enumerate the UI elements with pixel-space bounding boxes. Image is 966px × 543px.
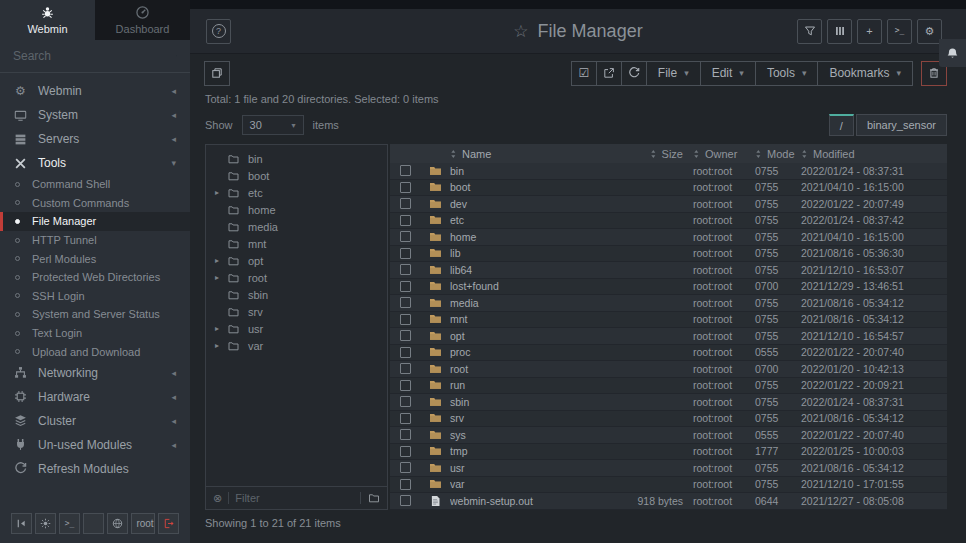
tree-item-srv[interactable]: srv — [206, 303, 387, 320]
expand-caret-icon[interactable]: ▸ — [215, 256, 227, 265]
refresh-button[interactable] — [621, 61, 647, 86]
sidebar-subitem-system-and-server-status[interactable]: System and Server Status — [0, 305, 190, 324]
menu-edit[interactable]: Edit▾ — [700, 61, 756, 86]
row-checkbox[interactable] — [400, 314, 411, 325]
tree-item-media[interactable]: media — [206, 218, 387, 235]
page-size-select[interactable]: 30 ▾ — [242, 115, 304, 135]
sidebar-item-servers[interactable]: Servers◂ — [0, 127, 190, 151]
table-row-sys[interactable]: sysroot:root05552022/01/22 - 20:07:40 — [390, 427, 947, 444]
sidebar-item-tools[interactable]: Tools▾ — [0, 151, 190, 175]
table-row-home[interactable]: homeroot:root07552021/04/10 - 16:15:00 — [390, 229, 947, 246]
sidebar-subitem-upload-and-download[interactable]: Upload and Download — [0, 342, 190, 361]
sidebar-subitem-protected-web-directories[interactable]: Protected Web Directories — [0, 268, 190, 287]
row-checkbox[interactable] — [400, 330, 411, 341]
tree-item-etc[interactable]: ▸etc — [206, 184, 387, 201]
row-checkbox[interactable] — [400, 281, 411, 292]
terminal-button[interactable]: >_ — [59, 513, 80, 534]
tab-dashboard[interactable]: Dashboard — [95, 0, 190, 40]
menu-file[interactable]: File▾ — [646, 61, 701, 86]
add-button[interactable]: + — [857, 19, 882, 44]
table-row-lost-found[interactable]: lost+foundroot:root07002021/12/29 - 13:4… — [390, 279, 947, 296]
sidebar-item-system[interactable]: System◂ — [0, 103, 190, 127]
table-row-usr[interactable]: usrroot:root07552021/08/16 - 05:34:12 — [390, 460, 947, 477]
table-row-opt[interactable]: optroot:root07552021/12/10 - 16:54:57 — [390, 328, 947, 345]
table-row-tmp[interactable]: tmproot:root17772022/01/25 - 10:00:03 — [390, 444, 947, 461]
tree-item-opt[interactable]: ▸opt — [206, 252, 387, 269]
sort-control-owner[interactable]: Owner — [693, 148, 755, 160]
table-row-srv[interactable]: srvroot:root07552021/08/16 - 05:34:12 — [390, 411, 947, 428]
sidebar-subitem-perl-modules[interactable]: Perl Modules — [0, 249, 190, 268]
collapse-sidebar-button[interactable] — [11, 513, 32, 534]
shell-button[interactable]: >_ — [887, 19, 912, 44]
tree-item-sbin[interactable]: sbin — [206, 286, 387, 303]
table-row-run[interactable]: runroot:root07552022/01/22 - 20:09:21 — [390, 378, 947, 395]
sidebar-subitem-command-shell[interactable]: Command Shell — [0, 175, 190, 194]
row-checkbox[interactable] — [400, 198, 411, 209]
row-checkbox[interactable] — [400, 165, 411, 176]
table-row-dev[interactable]: devroot:root07552022/01/22 - 20:07:49 — [390, 196, 947, 213]
select-view-toggle-button[interactable] — [204, 61, 230, 86]
row-checkbox[interactable] — [400, 182, 411, 193]
table-row-proc[interactable]: procroot:root05552022/01/22 - 20:07:40 — [390, 345, 947, 362]
breadcrumb-root[interactable]: / — [829, 114, 854, 136]
row-checkbox[interactable] — [400, 413, 411, 424]
logout-button[interactable] — [158, 513, 179, 534]
filter-button[interactable] — [797, 19, 822, 44]
tree-item-usr[interactable]: ▸usr — [206, 320, 387, 337]
table-row-boot[interactable]: bootroot:root07552021/04/10 - 16:15:00 — [390, 180, 947, 197]
menu-tools[interactable]: Tools▾ — [755, 61, 819, 86]
tree-item-var[interactable]: ▸var — [206, 337, 387, 354]
expand-caret-icon[interactable]: ▸ — [215, 324, 227, 333]
row-checkbox[interactable] — [400, 215, 411, 226]
theme-toggle-button[interactable] — [35, 513, 56, 534]
tree-filter-input[interactable] — [235, 492, 354, 504]
sidebar-item-networking[interactable]: Networking◂ — [0, 361, 190, 385]
help-button[interactable]: ? — [206, 19, 231, 44]
tree-item-home[interactable]: home — [206, 201, 387, 218]
tree-item-root[interactable]: ▸root — [206, 269, 387, 286]
sidebar-subitem-text-login[interactable]: Text Login — [0, 324, 190, 343]
tree-item-bin[interactable]: bin — [206, 150, 387, 167]
sidebar-item-refresh-modules[interactable]: Refresh Modules — [0, 457, 190, 481]
favorites-button[interactable] — [83, 513, 104, 534]
sort-control-modified[interactable]: Modified — [801, 148, 947, 160]
row-checkbox[interactable] — [400, 479, 411, 490]
row-checkbox[interactable] — [400, 396, 411, 407]
sidebar-item-webmin[interactable]: ⚙Webmin◂ — [0, 79, 190, 103]
table-row-mnt[interactable]: mntroot:root07552021/08/16 - 05:34:12 — [390, 312, 947, 329]
row-checkbox[interactable] — [400, 363, 411, 374]
expand-caret-icon[interactable]: ▸ — [215, 273, 227, 282]
table-row-bin[interactable]: binroot:root07552022/01/24 - 08:37:31 — [390, 163, 947, 180]
row-checkbox[interactable] — [400, 297, 411, 308]
table-row-lib64[interactable]: lib64root:root07552021/12/10 - 16:53:07 — [390, 262, 947, 279]
sidebar-subitem-custom-commands[interactable]: Custom Commands — [0, 194, 190, 213]
expand-caret-icon[interactable]: ▸ — [215, 188, 227, 197]
table-row-media[interactable]: mediaroot:root07552021/08/16 - 05:34:12 — [390, 295, 947, 312]
row-checkbox[interactable] — [400, 248, 411, 259]
sort-control-name[interactable]: Name — [450, 148, 613, 160]
choose-folder-button[interactable] — [360, 492, 380, 504]
favorite-star-icon[interactable]: ☆ — [513, 21, 528, 42]
sidebar-subitem-http-tunnel[interactable]: HTTP Tunnel — [0, 231, 190, 250]
tree-item-mnt[interactable]: mnt — [206, 235, 387, 252]
notifications-tab[interactable] — [939, 39, 966, 67]
breadcrumb-binary-sensor[interactable]: binary_sensor — [856, 114, 947, 136]
row-checkbox[interactable] — [400, 347, 411, 358]
sidebar-item-un-used-modules[interactable]: Un-used Modules◂ — [0, 433, 190, 457]
sidebar-item-hardware[interactable]: Hardware◂ — [0, 385, 190, 409]
row-checkbox[interactable] — [400, 380, 411, 391]
table-row-var[interactable]: varroot:root07552021/12/10 - 17:01:55 — [390, 477, 947, 494]
tree-item-boot[interactable]: boot — [206, 167, 387, 184]
expand-caret-icon[interactable]: ▸ — [215, 341, 227, 350]
row-checkbox[interactable] — [400, 446, 411, 457]
clear-filter-icon[interactable]: ⊗ — [213, 492, 222, 505]
table-row-lib[interactable]: libroot:root07552021/08/16 - 05:36:30 — [390, 246, 947, 263]
sidebar-subitem-file-manager[interactable]: File Manager — [0, 212, 190, 231]
user-button[interactable]: root — [131, 513, 155, 534]
row-checkbox[interactable] — [400, 231, 411, 242]
table-row-etc[interactable]: etcroot:root07552022/01/24 - 08:37:42 — [390, 213, 947, 230]
language-button[interactable] — [107, 513, 128, 534]
sidebar-item-cluster[interactable]: Cluster◂ — [0, 409, 190, 433]
select-all-button[interactable]: ☑ — [571, 61, 597, 86]
tab-webmin[interactable]: Webmin — [0, 0, 95, 40]
